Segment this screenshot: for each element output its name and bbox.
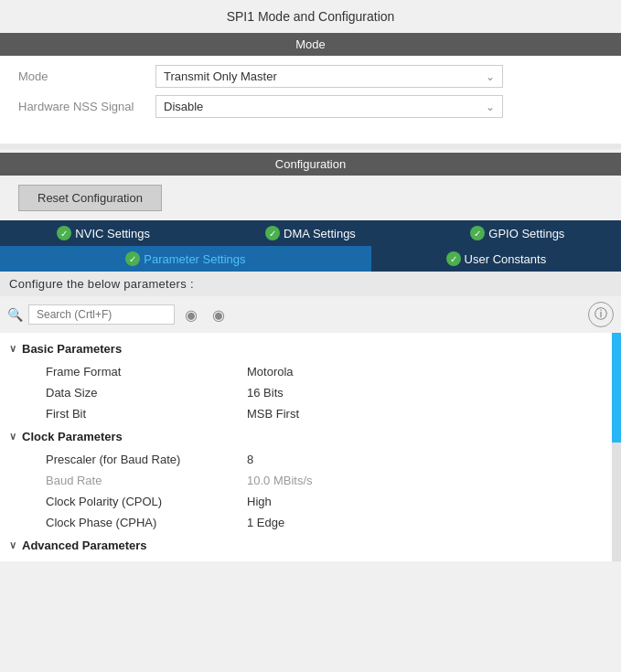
param-frame-format: Frame Format Motorola bbox=[0, 361, 621, 382]
advanced-collapse-icon: ∨ bbox=[9, 539, 16, 551]
group-advanced-parameters[interactable]: ∨ Advanced Parameters bbox=[0, 533, 621, 558]
param-first-bit: First Bit MSB First bbox=[0, 403, 621, 424]
tabs-row1: ✓ NVIC Settings ✓ DMA Settings ✓ GPIO Se… bbox=[0, 220, 621, 246]
mode-chevron-icon: ⌄ bbox=[486, 70, 495, 83]
tabs-row2: ✓ Parameter Settings ✓ User Constants bbox=[0, 246, 621, 272]
param-clock-phase: Clock Phase (CPHA) 1 Edge bbox=[0, 512, 621, 533]
next-nav-button[interactable]: ◉ bbox=[208, 304, 230, 325]
tab-nvic-settings[interactable]: ✓ NVIC Settings bbox=[0, 220, 207, 246]
scrollbar-track bbox=[612, 333, 621, 561]
nss-field-row: Hardware NSS Signal Disable ⌄ bbox=[18, 95, 603, 118]
prev-nav-button[interactable]: ◉ bbox=[180, 304, 202, 325]
param-data-size: Data Size 16 Bits bbox=[0, 382, 621, 403]
tab-dma-settings[interactable]: ✓ DMA Settings bbox=[207, 220, 413, 246]
param-check-icon: ✓ bbox=[125, 251, 140, 266]
info-button[interactable]: ⓘ bbox=[588, 302, 614, 327]
scrollbar-thumb[interactable] bbox=[612, 333, 621, 443]
params-area: ∨ Basic Parameters Frame Format Motorola… bbox=[0, 333, 621, 561]
mode-label: Mode bbox=[18, 69, 155, 83]
param-prescaler: Prescaler (for Baud Rate) 8 bbox=[0, 449, 621, 470]
search-icon: 🔍 bbox=[7, 307, 23, 322]
nss-select[interactable]: Disable ⌄ bbox=[155, 95, 503, 118]
mode-select[interactable]: Transmit Only Master ⌄ bbox=[155, 65, 503, 88]
tab-gpio-settings[interactable]: ✓ GPIO Settings bbox=[414, 220, 621, 246]
userconst-check-icon: ✓ bbox=[446, 251, 461, 266]
page-title: SPI1 Mode and Configuration bbox=[0, 0, 621, 33]
search-bar: 🔍 ◉ ◉ ⓘ bbox=[0, 296, 621, 333]
param-baud-rate: Baud Rate 10.0 MBits/s bbox=[0, 470, 621, 491]
param-description: Configure the below parameters : bbox=[0, 272, 621, 296]
basic-collapse-icon: ∨ bbox=[9, 343, 16, 355]
nss-label: Hardware NSS Signal bbox=[18, 100, 155, 113]
gpio-check-icon: ✓ bbox=[470, 226, 485, 240]
reset-configuration-button[interactable]: Reset Configuration bbox=[18, 185, 162, 211]
mode-section: Mode Mode Transmit Only Master ⌄ Hardwar… bbox=[0, 33, 621, 144]
tab-parameter-settings[interactable]: ✓ Parameter Settings bbox=[0, 246, 371, 272]
dma-check-icon: ✓ bbox=[265, 226, 280, 240]
config-section: Configuration Reset Configuration ✓ NVIC… bbox=[0, 149, 621, 561]
nss-chevron-icon: ⌄ bbox=[486, 101, 495, 113]
config-header: Configuration bbox=[0, 153, 621, 176]
nvic-check-icon: ✓ bbox=[57, 226, 71, 240]
mode-header: Mode bbox=[0, 33, 621, 56]
param-clock-polarity: Clock Polarity (CPOL) High bbox=[0, 491, 621, 512]
mode-field-row: Mode Transmit Only Master ⌄ bbox=[18, 65, 603, 88]
group-basic-parameters[interactable]: ∨ Basic Parameters bbox=[0, 336, 621, 361]
clock-collapse-icon: ∨ bbox=[9, 431, 16, 443]
search-input[interactable] bbox=[28, 304, 175, 325]
tab-user-constants[interactable]: ✓ User Constants bbox=[371, 246, 621, 272]
group-clock-parameters[interactable]: ∨ Clock Parameters bbox=[0, 424, 621, 449]
